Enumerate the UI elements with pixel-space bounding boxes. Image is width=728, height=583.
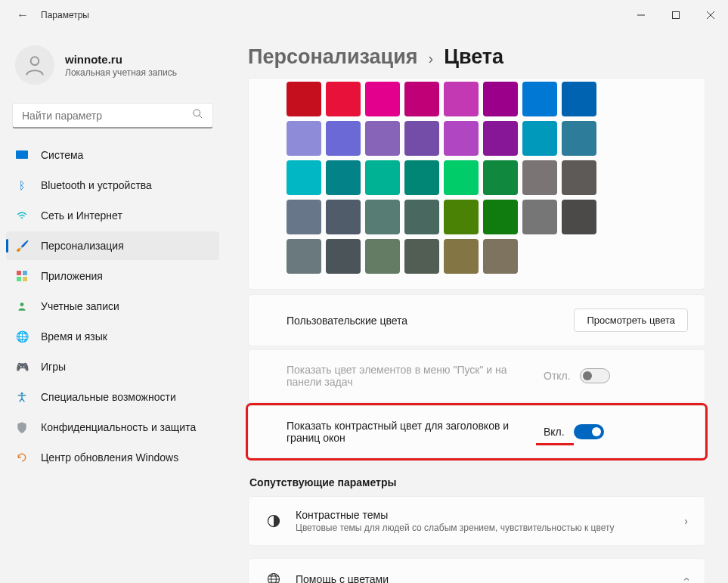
personalization-icon: 🖌️ [15, 239, 29, 253]
sidebar-item-accounts[interactable]: Учетные записи [6, 292, 219, 321]
color-swatch[interactable] [522, 200, 557, 234]
accessibility-icon [15, 390, 29, 404]
sidebar-item-label: Bluetooth и устройства [41, 179, 152, 191]
sidebar-item-network[interactable]: Сеть и Интернет [6, 201, 219, 230]
accent-start-toggle [580, 368, 610, 383]
color-swatch[interactable] [444, 160, 479, 195]
maximize-icon [672, 11, 680, 19]
color-swatch[interactable] [365, 239, 400, 274]
svg-point-12 [271, 574, 277, 584]
color-swatch[interactable] [287, 200, 321, 234]
color-swatch[interactable] [404, 82, 439, 116]
main: Персонализация › Цвета Пользовательские … [227, 30, 728, 583]
search-icon [192, 108, 203, 122]
view-colors-button[interactable]: Просмотреть цвета [574, 309, 688, 332]
color-swatch[interactable] [483, 160, 518, 195]
sidebar-item-privacy[interactable]: Конфиденциальность и защита [6, 413, 219, 442]
titlebar: ← Параметры [0, 0, 728, 30]
color-swatch[interactable] [483, 121, 518, 156]
svg-point-11 [268, 574, 280, 584]
color-help-link[interactable]: Помощь с цветами › [248, 558, 705, 583]
avatar [15, 45, 54, 85]
color-swatch[interactable] [365, 82, 400, 116]
search-box[interactable] [12, 103, 213, 129]
sidebar: winnote.ru Локальная учетная запись Сист… [0, 30, 227, 583]
color-swatch[interactable] [404, 239, 439, 274]
color-swatch[interactable] [287, 121, 321, 156]
contrast-themes-link[interactable]: Контрастные темы Цветовые темы для людей… [248, 496, 705, 546]
color-swatch[interactable] [522, 160, 557, 195]
color-swatch[interactable] [562, 160, 596, 195]
breadcrumb-parent[interactable]: Персонализация [248, 45, 418, 69]
sidebar-item-update[interactable]: Центр обновления Windows [6, 443, 219, 472]
sidebar-item-time[interactable]: 🌐 Время и язык [6, 322, 219, 351]
color-swatch[interactable] [365, 121, 400, 156]
sidebar-item-label: Учетные записи [41, 300, 119, 312]
color-swatch[interactable] [326, 239, 361, 274]
accent-title-toggle[interactable] [574, 424, 604, 439]
color-swatch[interactable] [365, 200, 400, 234]
user-subtitle: Локальная учетная запись [65, 67, 177, 78]
sidebar-item-apps[interactable]: Приложения [6, 262, 219, 290]
svg-rect-3 [16, 150, 28, 159]
user-name: winnote.ru [65, 53, 177, 66]
help-title: Помощь с цветами [296, 573, 671, 583]
sidebar-item-personalization[interactable]: 🖌️ Персонализация [6, 231, 219, 260]
sidebar-item-label: Игры [41, 361, 66, 373]
color-swatch[interactable] [522, 121, 557, 156]
sidebar-item-system[interactable]: Система [6, 141, 219, 169]
svg-point-8 [20, 302, 24, 306]
color-swatch[interactable] [562, 200, 596, 234]
back-button[interactable]: ← [8, 8, 38, 22]
update-icon [15, 451, 29, 464]
color-swatch[interactable] [444, 239, 479, 274]
color-swatch[interactable] [444, 121, 479, 156]
color-swatch[interactable] [287, 160, 321, 195]
contrast-icon [265, 513, 282, 529]
accounts-icon [15, 299, 29, 313]
color-swatch[interactable] [562, 82, 596, 116]
color-swatch[interactable] [287, 239, 321, 274]
color-swatch[interactable] [404, 200, 439, 234]
window-title: Параметры [41, 10, 89, 20]
gaming-icon: 🎮 [15, 360, 29, 374]
sidebar-item-accessibility[interactable]: Специальные возможности [6, 383, 219, 411]
minimize-button[interactable] [624, 3, 658, 27]
sidebar-item-bluetooth[interactable]: ᛒ Bluetooth и устройства [6, 171, 219, 200]
close-button[interactable] [693, 3, 728, 27]
color-swatch[interactable] [444, 200, 479, 234]
svg-rect-0 [673, 12, 680, 19]
user-block[interactable]: winnote.ru Локальная учетная запись [6, 36, 219, 98]
color-swatch[interactable] [404, 160, 439, 195]
color-swatch[interactable] [483, 82, 518, 116]
color-swatch[interactable] [326, 121, 361, 156]
color-swatch[interactable] [326, 200, 361, 234]
sidebar-item-gaming[interactable]: 🎮 Игры [6, 352, 219, 381]
maximize-button[interactable] [658, 3, 693, 27]
color-swatch[interactable] [326, 82, 361, 116]
highlight-underline [536, 443, 574, 445]
color-swatch[interactable] [522, 82, 557, 116]
search-input[interactable] [22, 110, 192, 122]
sidebar-item-label: Персонализация [41, 240, 124, 252]
color-swatch[interactable] [287, 82, 321, 116]
contrast-subtitle: Цветовые темы для людей со слабым зрение… [296, 523, 671, 533]
privacy-icon [15, 420, 29, 434]
color-swatch[interactable] [444, 82, 479, 116]
sidebar-item-label: Приложения [41, 270, 103, 282]
color-grid-panel [248, 78, 705, 290]
sidebar-item-label: Специальные возможности [41, 391, 176, 403]
color-swatch[interactable] [365, 160, 400, 195]
color-swatch[interactable] [483, 239, 518, 274]
accent-start-row: Показать цвет элементов в меню "Пуск" и … [248, 349, 705, 402]
svg-point-9 [21, 392, 23, 395]
related-heading: Сопутствующие параметры [249, 476, 705, 488]
color-swatch[interactable] [326, 160, 361, 195]
color-swatch[interactable] [483, 200, 518, 234]
bluetooth-icon: ᛒ [15, 178, 29, 192]
svg-rect-6 [17, 277, 21, 281]
color-swatch[interactable] [404, 121, 439, 156]
custom-colors-label: Пользовательские цвета [287, 315, 574, 327]
breadcrumb: Персонализация › Цвета [248, 45, 705, 69]
color-swatch[interactable] [562, 121, 596, 156]
